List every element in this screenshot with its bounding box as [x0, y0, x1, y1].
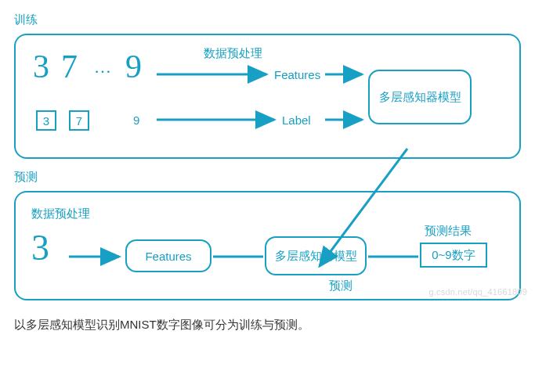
watermark-text: g.csdn.net/qq_41661809	[428, 287, 527, 297]
predict-input-digit: 3	[31, 227, 49, 268]
boxed-digit-3-text: 3	[43, 114, 49, 128]
predict-result-text: 0~9数字	[432, 248, 475, 263]
predict-title: 预测	[14, 170, 521, 185]
train-preprocess-label: 数据预处理	[204, 46, 262, 61]
loose-digit-9: 9	[133, 113, 139, 127]
train-model-text: 多层感知器模型	[379, 90, 461, 105]
predict-model-text: 多层感知器模型	[275, 249, 357, 264]
caption-text: 以多层感知模型识别MNIST数字图像可分为训练与预测。	[14, 318, 521, 333]
boxed-digit-3: 3	[36, 110, 56, 131]
predict-word: 预测	[329, 279, 352, 293]
train-model-box: 多层感知器模型	[368, 70, 472, 124]
hand-digit-3: 3	[33, 48, 49, 85]
train-title: 训练	[14, 13, 521, 27]
hand-digit-7: 7	[61, 48, 78, 85]
boxed-digit-7-text: 7	[76, 114, 82, 128]
hand-digit-9: 9	[125, 48, 142, 85]
train-panel: 3 7 … 9 3 7 9 数据预处理 Features Label 多层感知器…	[14, 34, 521, 159]
boxed-digit-7: 7	[69, 110, 89, 131]
predict-result-title: 预测结果	[425, 224, 472, 239]
train-label-label: Label	[282, 113, 311, 127]
hand-ellipsis: …	[94, 57, 111, 77]
predict-features-box: Features	[125, 239, 211, 272]
predict-result-box: 0~9数字	[420, 243, 487, 268]
predict-model-box: 多层感知器模型	[265, 236, 367, 275]
predict-preprocess-label: 数据预处理	[31, 207, 90, 221]
predict-features-text: Features	[145, 250, 191, 263]
train-features-label: Features	[274, 68, 320, 81]
predict-panel: 数据预处理 3 Features 多层感知器模型 预测 预测结果 0~9数字	[14, 191, 521, 300]
